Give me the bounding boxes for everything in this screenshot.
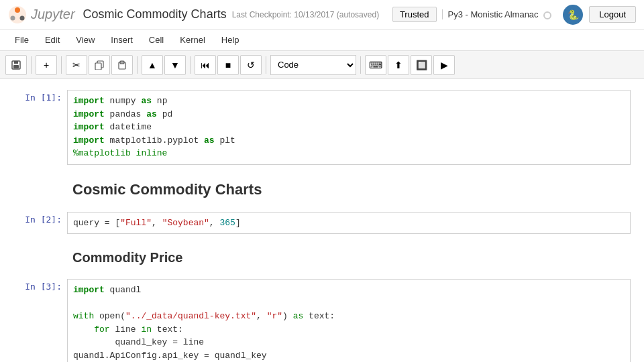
python-logo-icon: 🐍: [562, 4, 584, 25]
checkpoint-info: Last Checkpoint: 10/13/2017 (autosaved): [232, 10, 379, 19]
copy-button[interactable]: [89, 55, 110, 75]
cell-4-markdown: Commodity Price: [67, 239, 631, 274]
save-button[interactable]: [5, 55, 27, 75]
menu-cell[interactable]: Cell: [142, 32, 170, 48]
widget-button[interactable]: 🔲: [411, 55, 432, 75]
restart-button[interactable]: ↺: [240, 55, 262, 75]
cell-5-code[interactable]: import quandl with open("../_data/quandl…: [67, 279, 631, 362]
menu-insert[interactable]: Insert: [104, 32, 140, 48]
svg-text:🐍: 🐍: [568, 9, 580, 21]
menu-help[interactable]: Help: [215, 32, 246, 48]
toolbar-separator-6: [360, 56, 361, 74]
cut-button[interactable]: ✂: [66, 55, 87, 75]
svg-rect-8: [13, 65, 19, 68]
cell-4-prompt: [0, 239, 67, 242]
toolbar-separator-4: [190, 56, 191, 74]
svg-point-1: [15, 7, 20, 13]
cell-3: In [2]: query = ["Full", "Soybean", 365]: [0, 210, 644, 236]
stop-button[interactable]: ■: [217, 55, 239, 75]
trusted-button[interactable]: Trusted: [392, 7, 437, 22]
heading-commodity-price: Commodity Price: [72, 250, 625, 265]
media-button[interactable]: ▶: [433, 55, 455, 75]
paste-button[interactable]: [111, 55, 133, 75]
cell-1: In [1]: import numpy as np import pandas…: [0, 88, 644, 166]
svg-rect-12: [120, 61, 124, 64]
svg-point-3: [20, 15, 25, 20]
save-icon: [11, 60, 21, 70]
jupyter-logo-icon: [8, 5, 27, 24]
cell-2-markdown: Cosmic Commodity Charts: [67, 170, 631, 206]
keyboard-shortcut-button[interactable]: ⌨: [365, 55, 386, 75]
kernel-info: Py3 - Monistic Almanac: [442, 9, 557, 19]
cell-3-code[interactable]: query = ["Full", "Soybean", 365]: [67, 212, 631, 235]
copy-icon: [95, 60, 104, 70]
notebook-content: In [1]: import numpy as np import pandas…: [0, 79, 644, 362]
add-cell-button[interactable]: +: [36, 55, 57, 75]
cell-1-code[interactable]: import numpy as np import pandas as pd i…: [67, 90, 631, 165]
move-down-button[interactable]: ▼: [164, 55, 186, 75]
toolbar-separator-5: [266, 56, 266, 74]
move-up-button[interactable]: ▲: [142, 55, 163, 75]
svg-point-2: [11, 15, 15, 20]
menu-edit[interactable]: Edit: [38, 32, 66, 48]
kernel-name: Py3 - Monistic Almanac: [448, 9, 539, 19]
right-controls: Trusted Py3 - Monistic Almanac 🐍 Logout: [392, 4, 636, 25]
cell-2-prompt: [0, 170, 67, 173]
paste-icon: [117, 60, 127, 70]
jupyter-logo: Jupyter: [8, 5, 75, 24]
toolbar: + ✂ ▲ ▼ ⏮ ■ ↺ Code Markdown Raw NBConver…: [0, 51, 644, 79]
cell-5: In [3]: import quandl with open("../_dat…: [0, 278, 644, 362]
logout-button[interactable]: Logout: [589, 6, 636, 23]
cell-3-prompt: In [2]:: [0, 212, 67, 225]
toolbar-separator-1: [31, 56, 32, 74]
menu-file[interactable]: File: [8, 32, 36, 48]
kernel-status-dot: [543, 11, 551, 19]
menu-view[interactable]: View: [69, 32, 101, 48]
toolbar-separator-2: [61, 56, 62, 74]
menu-kernel[interactable]: Kernel: [173, 32, 212, 48]
svg-rect-10: [95, 63, 101, 70]
cell-1-prompt: In [1]:: [0, 90, 67, 103]
upload-button[interactable]: ⬆: [388, 55, 409, 75]
topbar: Jupyter Cosmic Commodity Charts Last Che…: [0, 0, 644, 29]
cell-type-select[interactable]: Code Markdown Raw NBConvert: [270, 55, 356, 75]
cell-2: Cosmic Commodity Charts: [0, 169, 644, 208]
toolbar-separator-3: [137, 56, 138, 74]
cell-4: Commodity Price: [0, 238, 644, 275]
notebook-title[interactable]: Cosmic Commodity Charts: [83, 7, 227, 21]
skip-beginning-button[interactable]: ⏮: [195, 55, 216, 75]
jupyter-text: Jupyter: [31, 7, 75, 22]
heading-cosmic-commodity-charts: Cosmic Commodity Charts: [72, 181, 625, 198]
menubar: File Edit View Insert Cell Kernel Help: [0, 29, 644, 51]
cell-5-prompt: In [3]:: [0, 279, 67, 292]
svg-rect-7: [14, 61, 18, 64]
